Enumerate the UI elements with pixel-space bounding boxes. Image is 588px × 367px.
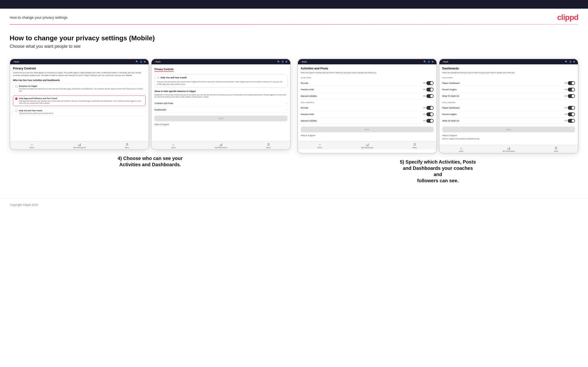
copyright: Copyright Clippd 2022 [10, 203, 38, 207]
main-content: How to change your privacy settings (Mob… [0, 25, 588, 198]
coaches-drills-toggle[interactable] [426, 88, 434, 92]
nav-performance-4[interactable]: 📊 My Performance [503, 147, 515, 152]
nav-home-1[interactable]: ⌂ Home [30, 143, 34, 149]
person-icon-1[interactable]: 👤 [140, 60, 142, 63]
screenshots-row: ‹ Back 🔍 👤 ⚙ Privacy Controls Control ho… [10, 58, 578, 184]
followers-manual-row: Manual Activities ON [301, 118, 434, 124]
who-can-see-title: Who Can See Your Activities and Dashboar… [13, 79, 146, 81]
coaches-rounds-toggle[interactable] [426, 81, 434, 85]
option-everyone[interactable]: Everyone on Clippd Everyone on Clippd ca… [13, 83, 146, 94]
followers-manual-knob [430, 119, 433, 122]
dashboards-section-title: Dashboards [442, 67, 575, 70]
option-approved-desc: Only approved followers and coaches you … [19, 100, 144, 104]
radio-everyone [15, 85, 17, 88]
privacy-controls-tab[interactable]: Privacy Controls [154, 68, 173, 72]
coaches-work-on-label: What To Work On [442, 95, 459, 97]
caption-5: 5) Specify which Activities, Posts and D… [399, 159, 476, 184]
coaches-round-insights-toggle[interactable] [568, 88, 575, 92]
dashboards-section-desc: Select the dashboards that you'd like to… [442, 72, 575, 74]
settings-icon-3[interactable]: ⚙ [432, 60, 434, 63]
followers-manual-toggle[interactable] [426, 119, 434, 123]
privacy-controls-title: Privacy Controls [13, 67, 146, 70]
followers-drills-toggle[interactable] [426, 112, 434, 116]
nav-home-3[interactable]: ⌂ Home [318, 143, 322, 149]
option-approved[interactable]: Only Approved Followers and Your Coach O… [13, 96, 146, 106]
option-everyone-desc: Everyone on Clippd can search for you an… [19, 88, 144, 92]
back-button-4[interactable]: ‹ Back [442, 60, 449, 63]
coaches-rounds-knob [430, 82, 433, 84]
nav-home-4[interactable]: ⌂ Home [459, 147, 463, 152]
followers-work-on-container: ON [565, 119, 575, 123]
coaches-manual-toggle-container: ON [423, 94, 434, 98]
phone-content-2: Privacy Controls Only You and Your Coach… [152, 64, 290, 141]
coaches-player-dash-row: Player Dashboard ON [442, 80, 575, 86]
coaches-round-insights-container: ON [565, 88, 575, 92]
followers-rounds-toggle[interactable] [426, 106, 434, 110]
nav-menu-1[interactable]: ☰ Menu [125, 143, 129, 149]
chart-icon-1: 📊 [78, 143, 81, 146]
dashboards-arrow: › [286, 108, 287, 111]
back-button-1[interactable]: ‹ Back [13, 60, 19, 63]
nav-performance-1[interactable]: 📊 My Performance [73, 143, 86, 149]
followers-player-dash-container: ON [565, 106, 575, 110]
nav-menu-3[interactable]: ☰ Menu [413, 143, 417, 149]
activities-section-desc: Select the types of activity that you'd … [301, 72, 434, 74]
header: How to change your privacy settings clip… [0, 9, 588, 24]
search-icon-2[interactable]: 🔍 [277, 60, 280, 63]
nav-performance-3[interactable]: 📊 My Performance [361, 143, 373, 149]
person-icon-3[interactable]: 👤 [428, 60, 430, 63]
phone-nav-4: ⌂ Home 📊 My Performance ☰ Menu [439, 145, 578, 153]
dashboards-menu-row[interactable]: Dashboards › [154, 107, 287, 113]
callout-box: Only You and Your Coach Only you and the… [154, 74, 287, 88]
top-decorative-bar [0, 0, 588, 9]
settings-icon-4[interactable]: ⚙ [573, 60, 575, 63]
followers-player-dash-row: Player Dashboard ON [442, 105, 575, 111]
phone-content-4: Dashboards Select the dashboards that yo… [439, 64, 578, 145]
coaches-player-dash-toggle[interactable] [568, 81, 575, 85]
option-coach-only[interactable]: Only You and Your Coach Only you and the… [13, 108, 146, 116]
followers-player-dash-toggle[interactable] [568, 106, 575, 110]
nav-home-2[interactable]: ⌂ Home [171, 143, 176, 149]
callout-text: Only you and the coaches you connect wit… [157, 81, 285, 85]
settings-icon-1[interactable]: ⚙ [144, 60, 146, 63]
back-button-2[interactable]: ‹ Back [154, 60, 161, 63]
person-icon-4[interactable]: 👤 [569, 60, 572, 63]
coaches-manual-toggle[interactable] [426, 94, 434, 98]
coaches-player-dash-label: Player Dashboard [442, 82, 459, 84]
search-icon-4[interactable]: 🔍 [565, 60, 568, 63]
activities-arrow: › [286, 102, 287, 105]
activities-menu-row[interactable]: Activities and Posts › [154, 100, 287, 107]
show-hide-title: Show or hide specific features in Clippd [154, 90, 287, 92]
nav-menu-2[interactable]: ☰ Menu [267, 143, 271, 149]
nav-menu-4[interactable]: ☰ Menu [554, 147, 558, 152]
followers-round-insights-toggle[interactable] [568, 112, 575, 116]
privacy-controls-body: Control how you and your data appears to… [13, 72, 146, 77]
save-button-3[interactable]: Save [301, 126, 434, 132]
home-icon-3: ⌂ [319, 143, 320, 146]
coaches-rounds-row: Rounds ON [301, 80, 434, 86]
save-button-4[interactable]: Save [442, 126, 575, 132]
save-button-2[interactable]: Save [154, 116, 287, 121]
followers-work-on-row: What To Work On ON [442, 118, 575, 124]
phone-screen-4: ‹ Back 🔍 👤 ⚙ Dashboards Select the dashb… [439, 58, 578, 153]
nav-performance-label-1: My Performance [73, 147, 86, 149]
followers-rounds-label: Rounds [301, 107, 308, 109]
person-icon-2[interactable]: 👤 [281, 60, 284, 63]
back-button-3[interactable]: ‹ Back [301, 60, 307, 63]
dashboards-label: Dashboards [154, 108, 166, 111]
followers-work-on-toggle[interactable] [568, 119, 575, 123]
settings-icon-2[interactable]: ⚙ [285, 60, 287, 63]
nav-home-label-2: Home [171, 147, 176, 149]
radio-coach-only [15, 110, 17, 112]
phone-topbar-2: ‹ Back 🔍 👤 ⚙ [152, 59, 290, 64]
option-coach-only-desc: Only you and the coaches you connect wit… [19, 112, 53, 114]
phone-content-1: Privacy Controls Control how you and you… [10, 64, 149, 141]
search-icon-3[interactable]: 🔍 [424, 60, 426, 63]
search-icon-1[interactable]: 🔍 [136, 60, 138, 63]
menu-icon-1: ☰ [126, 143, 129, 146]
coaches-work-on-toggle[interactable] [568, 94, 575, 98]
nav-performance-2[interactable]: 📊 My Performance [215, 143, 227, 149]
dual-phones-3-4: ‹ Back 🔍 👤 ⚙ Activities and Posts Select… [297, 58, 579, 153]
phone-topbar-4: ‹ Back 🔍 👤 ⚙ [439, 59, 578, 64]
nav-menu-label-3: Menu [413, 147, 417, 149]
